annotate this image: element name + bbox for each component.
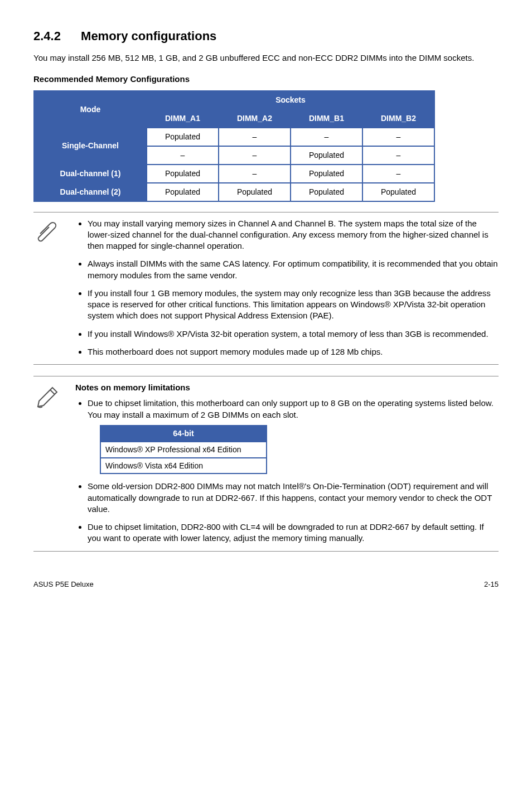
- footer-left: ASUS P5E Deluxe: [33, 579, 94, 590]
- notes-title: Notes on memory limitations: [75, 382, 499, 393]
- list-item: If you install four 1 GB memory modules,…: [88, 288, 499, 322]
- list-item: If you install Windows® XP/Vista 32-bit …: [88, 328, 499, 340]
- list-item: This motherboard does not support memory…: [88, 346, 499, 357]
- os-row: Windows® XP Professional x64 Edition: [100, 442, 267, 458]
- section-heading: 2.4.2 Memory configurations: [33, 28, 499, 45]
- row-label: Dual-channel (1): [34, 165, 147, 183]
- section-title: Memory configurations: [81, 29, 216, 43]
- paperclip-icon: [33, 218, 64, 358]
- cell: –: [219, 128, 291, 146]
- cell: Populated: [362, 183, 434, 201]
- note-block: You may install varying memory sizes in …: [33, 212, 499, 365]
- cell: –: [219, 146, 291, 165]
- os-header: 64-bit: [100, 426, 267, 442]
- col-dimm-b1: DIMM_B1: [291, 109, 362, 128]
- cell: –: [362, 146, 434, 165]
- row-label: Single-Channel: [34, 128, 147, 165]
- section-number: 2.4.2: [33, 29, 61, 43]
- os-table: 64-bit Windows® XP Professional x64 Edit…: [100, 425, 267, 475]
- cell: Populated: [219, 183, 291, 201]
- cell: Populated: [291, 165, 362, 183]
- intro-paragraph: You may install 256 MB, 512 MB, 1 GB, an…: [33, 52, 499, 64]
- cell: –: [362, 165, 434, 183]
- cell: Populated: [291, 183, 362, 201]
- cell: Populated: [147, 183, 219, 201]
- table-row: Single-Channel Populated – – –: [34, 128, 434, 146]
- memory-config-table: Mode Sockets DIMM_A1 DIMM_A2 DIMM_B1 DIM…: [33, 90, 435, 201]
- list-item: Always install DIMMs with the same CAS l…: [88, 258, 499, 281]
- row-label: Dual-channel (2): [34, 183, 147, 201]
- col-dimm-a1: DIMM_A1: [147, 109, 219, 128]
- table-row: Dual-channel (2) Populated Populated Pop…: [34, 183, 434, 201]
- cell: –: [291, 128, 362, 146]
- list-item: Due to chipset limitation, DDR2-800 with…: [88, 521, 499, 544]
- col-dimm-b2: DIMM_B2: [362, 109, 434, 128]
- page-footer: ASUS P5E Deluxe 2-15: [33, 579, 499, 590]
- cell: Populated: [147, 165, 219, 183]
- note-list: Due to chipset limitation, this motherbo…: [75, 398, 499, 544]
- cell: –: [219, 165, 291, 183]
- note-text: Due to chipset limitation, this motherbo…: [88, 398, 494, 419]
- note-list: You may install varying memory sizes in …: [75, 218, 499, 358]
- col-mode: Mode: [34, 91, 147, 128]
- list-item: Due to chipset limitation, this motherbo…: [88, 398, 499, 474]
- recommended-subhead: Recommended Memory Configurations: [33, 74, 499, 85]
- list-item: You may install varying memory sizes in …: [88, 218, 499, 252]
- footer-right: 2-15: [484, 579, 499, 590]
- os-row: Windows® Vista x64 Edition: [100, 458, 267, 474]
- cell: –: [147, 146, 219, 165]
- col-sockets: Sockets: [147, 91, 434, 109]
- cell: Populated: [291, 146, 362, 165]
- list-item: Some old-version DDR2-800 DIMMs may not …: [88, 481, 499, 515]
- table-row: Dual-channel (1) Populated – Populated –: [34, 165, 434, 183]
- note-block: Notes on memory limitations Due to chips…: [33, 376, 499, 552]
- cell: Populated: [147, 128, 219, 146]
- cell: –: [362, 128, 434, 146]
- col-dimm-a2: DIMM_A2: [219, 109, 291, 128]
- pencil-icon: [33, 382, 64, 544]
